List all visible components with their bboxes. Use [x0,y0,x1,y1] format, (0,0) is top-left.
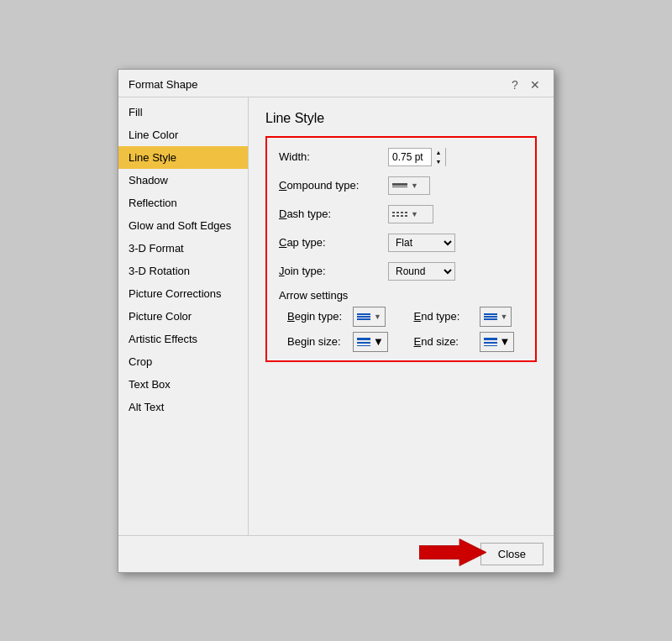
join-type-label: Join type: [279,265,388,277]
begin-size-chevron: ▼ [373,335,384,348]
dialog-body: FillLine ColorLine StyleShadowReflection… [118,97,554,535]
begin-type-icon [357,313,370,320]
svg-marker-0 [419,539,486,566]
cap-type-label: Cap type: [279,236,388,249]
width-spin-buttons: ▲ ▼ [431,148,445,166]
sidebar-item-shadow[interactable]: Shadow [118,169,248,192]
end-type-row: End type: ▼ [414,307,524,327]
width-increment[interactable]: ▲ [432,148,445,157]
join-type-row: Join type: Round Bevel Miter [279,260,523,282]
begin-type-chevron: ▼ [374,313,381,321]
width-control: ▲ ▼ [388,148,446,166]
end-size-dropdown[interactable]: ▼ [480,332,515,352]
end-size-chevron: ▼ [500,335,511,348]
end-size-label: End size: [414,335,475,348]
join-type-select[interactable]: Round Bevel Miter [388,262,455,281]
format-shape-dialog: Format Shape ? ✕ FillLine ColorLine Styl… [118,69,554,573]
begin-size-row: Begin size: ▼ [287,332,397,352]
sidebar-item-line-color[interactable]: Line Color [118,123,248,146]
sidebar: FillLine ColorLine StyleShadowReflection… [118,97,249,535]
compound-type-label: Compound type: [279,179,388,192]
begin-size-dropdown[interactable]: ▼ [353,332,388,352]
end-type-dropdown[interactable]: ▼ [480,307,512,327]
end-size-icon [484,338,497,346]
sidebar-item-artistic-effects[interactable]: Artistic Effects [118,328,248,350]
compound-lines-icon [392,183,407,187]
red-arrow-indicator [419,538,486,570]
width-decrement[interactable]: ▼ [432,157,445,166]
begin-type-dropdown[interactable]: ▼ [353,307,386,327]
main-content: Line Style Width: ▲ ▼ [249,97,554,535]
width-label: Width: [279,150,388,163]
dash-type-row: Dash type: ▼ [279,203,523,225]
compound-chevron-icon: ▼ [411,181,418,190]
dash-type-dropdown[interactable]: ▼ [388,205,433,223]
cap-type-control: Flat Round Square [388,234,455,252]
arrow-settings-label: Arrow settings [279,289,523,302]
close-x-button[interactable]: ✕ [527,76,543,93]
sidebar-item-3d-format[interactable]: 3-D Format [118,237,248,260]
width-input[interactable] [389,149,431,166]
end-type-icon [484,313,497,320]
sidebar-item-picture-corrections[interactable]: Picture Corrections [118,282,248,305]
begin-size-label: Begin size: [287,335,348,348]
arrow-settings-grid: Begin type: ▼ [287,307,523,352]
sidebar-item-line-style[interactable]: Line Style [118,146,248,169]
sidebar-item-glow-soft-edges[interactable]: Glow and Soft Edges [118,214,248,237]
end-size-row: End size: ▼ [414,332,524,352]
help-button[interactable]: ? [507,76,523,93]
title-bar-controls: ? ✕ [507,76,543,93]
dash-pattern-icon [392,212,407,217]
sidebar-item-text-box[interactable]: Text Box [118,373,248,396]
end-type-chevron: ▼ [501,313,508,321]
close-button[interactable]: Close [480,543,543,565]
dash-chevron-icon: ▼ [411,210,418,218]
begin-type-row: Begin type: ▼ [287,307,397,327]
section-title: Line Style [265,111,537,126]
cap-type-select[interactable]: Flat Round Square [388,234,455,252]
end-type-label: End type: [414,310,475,323]
sidebar-item-fill[interactable]: Fill [118,101,248,123]
compound-type-row: Compound type: ▼ [279,175,523,197]
sidebar-item-picture-color[interactable]: Picture Color [118,305,248,328]
compound-type-dropdown[interactable]: ▼ [388,176,430,195]
sidebar-item-crop[interactable]: Crop [118,350,248,373]
dash-type-label: Dash type: [279,208,388,220]
cap-type-row: Cap type: Flat Round Square [279,232,523,254]
sidebar-item-3d-rotation[interactable]: 3-D Rotation [118,260,248,282]
begin-type-label: Begin type: [287,310,348,323]
title-bar: Format Shape ? ✕ [118,70,554,97]
dialog-footer: Close [118,535,554,572]
width-row: Width: ▲ ▼ [279,146,523,168]
join-type-control: Round Bevel Miter [388,262,455,281]
line-style-settings-box: Width: ▲ ▼ Co [265,136,537,362]
compound-type-control: ▼ [388,176,430,195]
sidebar-item-reflection[interactable]: Reflection [118,192,248,214]
dialog-title: Format Shape [129,78,197,91]
sidebar-item-alt-text[interactable]: Alt Text [118,396,248,418]
begin-size-icon [357,338,370,346]
width-spin-input[interactable]: ▲ ▼ [388,148,446,166]
dash-type-control: ▼ [388,205,433,223]
